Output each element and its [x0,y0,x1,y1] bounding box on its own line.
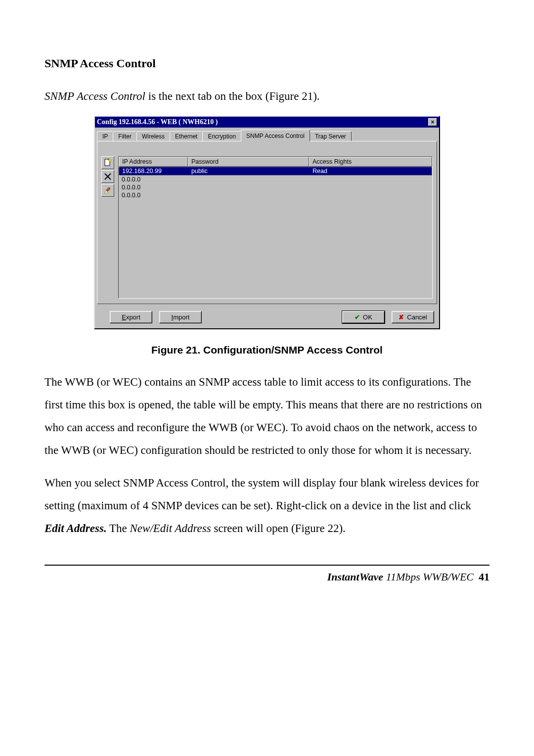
section-heading: SNMP Access Control [44,57,490,70]
pencil-sparkle-icon [103,186,112,195]
body-paragraph-2: When you select SNMP Access Control, the… [44,472,490,540]
svg-point-10 [110,191,111,192]
tab-snmp-access-control[interactable]: SNMP Access Control [241,130,310,141]
para2-a: When you select SNMP Access Control, the… [44,477,479,512]
cell-password [188,183,309,191]
ok-label: OK [363,313,372,321]
footer-product: InstantWave [327,571,383,583]
delete-x-icon [103,172,112,181]
cell-ip: 192.168.20.99 [119,167,188,175]
new-entry-button[interactable] [101,156,114,169]
tab-encryption[interactable]: Encryption [202,131,241,141]
page-footer: InstantWave 11Mbps WWB/WEC41 [44,571,490,583]
cell-password [188,176,309,183]
cell-ip: 0.0.0.0 [119,176,188,183]
side-toolbar [101,156,115,299]
intro-line: SNMP Access Control is the next tab on t… [44,90,490,103]
table-body: 192.168.20.99 public Read 0.0.0.0 0.0.0.… [119,167,432,298]
edit-entry-button[interactable] [101,184,114,197]
body-paragraph-1: The WWB (or WEC) contains an SNMP access… [44,371,490,462]
table-row[interactable]: 192.168.20.99 public Read [119,167,432,176]
table-row[interactable]: 0.0.0.0 [119,191,432,199]
svg-rect-8 [106,187,110,191]
cell-ip: 0.0.0.0 [119,183,188,191]
tab-filter[interactable]: Filter [113,131,137,141]
close-icon[interactable]: × [428,118,437,126]
para2-b: The [107,522,130,534]
import-button[interactable]: Import [159,311,202,323]
dialog-tabstrip: IP Filter Wireless Ethernet Encryption S… [95,128,439,141]
cell-rights [309,183,432,191]
footer-divider [44,565,490,566]
col-ip-address[interactable]: IP Address [119,157,188,167]
cell-rights [309,176,432,183]
para2-edit-address: Edit Address. [44,522,107,534]
dialog-title: Config 192.168.4.56 - WEB ( NWH6210 ) [97,118,218,126]
config-dialog: Config 192.168.4.56 - WEB ( NWH6210 ) × … [94,116,440,329]
tab-trap-server[interactable]: Trap Server [310,131,352,141]
cell-ip: 0.0.0.0 [119,191,188,199]
para2-c: screen will open (Figure 22). [211,522,346,534]
para2-new-edit: New/Edit Address [130,522,211,534]
tab-panel-snmp: IP Address Password Access Rights 192.16… [97,141,437,304]
tab-ip[interactable]: IP [97,131,113,141]
export-button[interactable]: Export [110,311,152,323]
intro-rest: is the next tab on the box (Figure 21). [145,90,320,102]
table-row[interactable]: 0.0.0.0 [119,183,432,191]
cell-rights [309,191,432,199]
col-password[interactable]: Password [188,157,309,167]
check-icon: ✔ [355,313,360,321]
snmp-access-table[interactable]: IP Address Password Access Rights 192.16… [118,156,433,299]
dialog-button-bar: Export Import ✔ OK ✘ Cancel [95,308,439,328]
delete-entry-button[interactable] [101,170,114,183]
cell-password: public [188,167,310,175]
cancel-label: Cancel [407,313,427,321]
table-row[interactable]: 0.0.0.0 [119,176,432,183]
figure-caption: Figure 21. Configuration/SNMP Access Con… [44,344,490,356]
cell-rights: Read [310,167,432,175]
cancel-button[interactable]: ✘ Cancel [392,311,434,323]
tab-wireless[interactable]: Wireless [136,131,170,141]
table-header-row: IP Address Password Access Rights [119,157,432,167]
dialog-titlebar: Config 192.168.4.56 - WEB ( NWH6210 ) × [95,117,439,128]
col-access-rights[interactable]: Access Rights [309,157,432,167]
ok-button[interactable]: ✔ OK [342,311,385,323]
intro-italic: SNMP Access Control [44,90,145,102]
footer-model: 11Mbps WWB/WEC [383,571,474,583]
svg-point-9 [105,188,106,189]
cell-password [188,191,309,199]
document-new-icon [103,158,112,167]
cancel-x-icon: ✘ [399,313,404,321]
page-number: 41 [479,571,490,583]
tab-ethernet[interactable]: Ethernet [170,131,203,141]
